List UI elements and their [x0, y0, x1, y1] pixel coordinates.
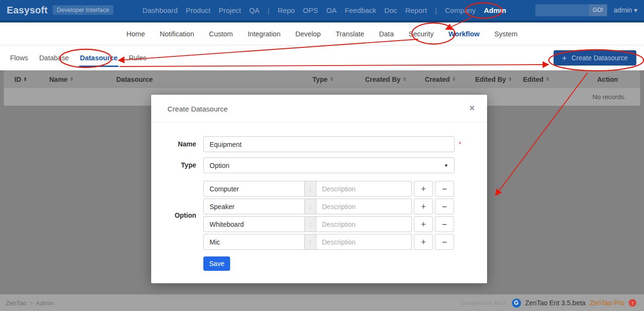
- tab-datasource[interactable]: Datasource: [75, 50, 123, 66]
- column-action: Action: [597, 76, 640, 83]
- option-value-input[interactable]: [203, 216, 305, 232]
- option-rows: : + − : + − : + −: [203, 181, 454, 250]
- subnav-develop[interactable]: Develop: [292, 28, 323, 40]
- search-input[interactable]: [535, 7, 589, 14]
- top-menu-oa[interactable]: OA: [326, 6, 337, 14]
- user-menu[interactable]: admin ▾: [614, 6, 637, 14]
- menu-divider: |: [267, 6, 269, 14]
- remove-option-button[interactable]: −: [435, 199, 454, 214]
- sort-icon[interactable]: ▲▼: [509, 77, 512, 81]
- add-option-button[interactable]: +: [414, 216, 433, 232]
- name-label: Name: [151, 136, 196, 152]
- sort-icon[interactable]: ▲▼: [23, 77, 27, 81]
- breadcrumb-zentao[interactable]: ZenTao: [6, 300, 26, 307]
- option-value-input[interactable]: [203, 199, 305, 214]
- subnav-custom[interactable]: Custom: [206, 28, 236, 40]
- type-select-value: Option: [210, 162, 229, 169]
- top-menu: Dashboard Product Project QA | Repo OPS …: [143, 6, 506, 14]
- menu-divider: |: [435, 6, 437, 14]
- type-select[interactable]: Option ▼: [203, 157, 455, 173]
- modal-header: Create Datasource ×: [151, 95, 487, 122]
- designed-by-text: Designed by AIUX: [460, 300, 507, 306]
- subnav-workflow[interactable]: Workflow: [445, 28, 482, 40]
- top-menu-dashboard[interactable]: Dashboard: [143, 6, 178, 14]
- edition-text: ZenTao Ent 3.5.beta: [525, 299, 586, 307]
- option-row: : + −: [203, 216, 454, 232]
- create-datasource-button[interactable]: + Create Datasource: [554, 50, 636, 66]
- create-datasource-modal: Create Datasource × Name * Type Option ▼…: [151, 95, 487, 283]
- create-datasource-label: Create Datasource: [571, 54, 628, 62]
- column-created-by[interactable]: Created By ▲▼: [365, 76, 425, 83]
- top-menu-repo[interactable]: Repo: [278, 6, 295, 14]
- top-menu-admin[interactable]: Admin: [484, 6, 506, 14]
- subnav-data[interactable]: Data: [376, 28, 397, 40]
- subnav-security[interactable]: Security: [406, 28, 436, 40]
- top-menu-qa[interactable]: QA: [249, 6, 260, 14]
- option-description-input[interactable]: [316, 199, 412, 214]
- close-icon[interactable]: ×: [469, 105, 475, 111]
- option-value-input[interactable]: [203, 181, 305, 197]
- remove-option-button[interactable]: −: [435, 181, 454, 197]
- tab-flows[interactable]: Flows: [5, 50, 33, 66]
- add-option-button[interactable]: +: [414, 234, 433, 250]
- subnav-translate[interactable]: Translate: [333, 28, 367, 40]
- column-name[interactable]: Name ▲▼: [49, 76, 116, 83]
- option-description-input[interactable]: [316, 181, 412, 197]
- select-caret-icon: ▼: [444, 163, 448, 168]
- top-menu-ops[interactable]: OPS: [303, 6, 318, 14]
- search-go-button[interactable]: GO!: [589, 4, 607, 16]
- column-edited[interactable]: Edited ▲▼: [523, 76, 597, 83]
- brand-logo[interactable]: Easysoft: [7, 5, 48, 16]
- option-description-input[interactable]: [316, 234, 412, 250]
- top-menu-product[interactable]: Product: [186, 6, 211, 14]
- add-option-button[interactable]: +: [414, 199, 433, 214]
- table-header-row: ID ▲▼ Name ▲▼ Datasource Type ▲▼ Created…: [4, 70, 640, 88]
- zentao-pro-link[interactable]: ZenTao Pro: [590, 299, 624, 307]
- tab-database[interactable]: Database: [34, 50, 74, 66]
- option-label: Option: [151, 181, 196, 250]
- breadcrumb: ZenTao > Admin: [6, 300, 54, 307]
- subnav-notification[interactable]: Notification: [157, 28, 197, 40]
- option-value-input[interactable]: [203, 234, 305, 250]
- tabs: Flows Database Datasource Rules: [5, 50, 152, 66]
- name-input[interactable]: [203, 136, 455, 152]
- top-menu-project[interactable]: Project: [219, 6, 241, 14]
- column-datasource: Datasource: [116, 76, 312, 83]
- option-description-input[interactable]: [316, 216, 412, 232]
- column-id[interactable]: ID ▲▼: [14, 76, 49, 83]
- sort-icon[interactable]: ▲▼: [70, 77, 73, 81]
- tab-rules[interactable]: Rules: [123, 50, 152, 66]
- breadcrumb-admin: Admin: [36, 300, 54, 307]
- remove-option-button[interactable]: −: [435, 216, 454, 232]
- page-footer: ZenTao > Admin Designed by AIUX G ZenTao…: [0, 294, 644, 311]
- add-option-button[interactable]: +: [414, 181, 433, 197]
- subnav-home[interactable]: Home: [123, 28, 148, 40]
- subnav-system[interactable]: System: [491, 28, 520, 40]
- top-menu-doc[interactable]: Doc: [384, 6, 397, 14]
- plus-icon: +: [562, 54, 567, 62]
- top-menu-feedback[interactable]: Feedback: [344, 6, 376, 14]
- column-created[interactable]: Created ▲▼: [425, 76, 475, 83]
- required-asterisk: *: [459, 140, 461, 148]
- sort-icon[interactable]: ▲▼: [330, 77, 333, 81]
- option-row: : + −: [203, 234, 454, 250]
- top-menu-report[interactable]: Report: [405, 6, 427, 14]
- column-edited-by[interactable]: Edited By ▲▼: [475, 76, 523, 83]
- option-field-row: Option : + − : + − :: [151, 181, 487, 250]
- option-separator: :: [305, 216, 316, 232]
- sort-icon[interactable]: ▲▼: [452, 77, 455, 81]
- save-button[interactable]: Save: [203, 256, 230, 271]
- sort-icon[interactable]: ▲▼: [546, 77, 549, 81]
- subnav-integration[interactable]: Integration: [245, 28, 284, 40]
- brand-badge: Developer Interface: [53, 5, 113, 15]
- column-type[interactable]: Type ▲▼: [312, 76, 365, 83]
- upgrade-icon[interactable]: ↑: [629, 299, 636, 307]
- top-menu-company[interactable]: Company: [445, 6, 476, 14]
- search-box: GO!: [535, 4, 607, 16]
- option-row: : + −: [203, 199, 454, 214]
- sort-icon[interactable]: ▲▼: [403, 77, 406, 81]
- remove-option-button[interactable]: −: [435, 234, 454, 250]
- zentao-logo-icon: G: [512, 299, 521, 308]
- user-name: admin: [614, 6, 632, 14]
- tab-bar: Flows Database Datasource Rules + Create…: [0, 45, 644, 70]
